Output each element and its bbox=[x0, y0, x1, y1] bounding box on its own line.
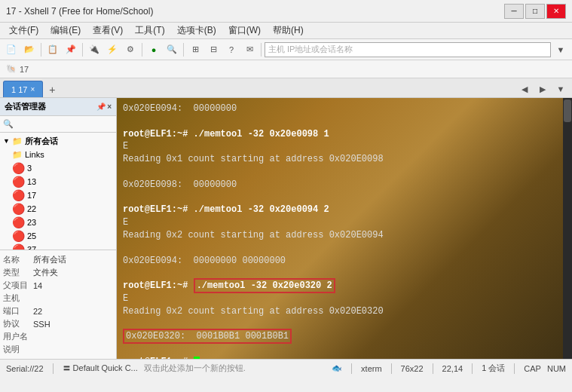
toolbar-grid[interactable]: ⊞ bbox=[187, 41, 203, 58]
statusbar: Serial://22 〓 Default Quick C... 双击此处添加一… bbox=[0, 359, 572, 377]
si-name-label: 名称 bbox=[3, 254, 33, 265]
num-indicator: NUM bbox=[547, 364, 566, 373]
terminal-scrollbar[interactable] bbox=[563, 98, 572, 359]
address-bar-placeholder: 主机 IP地址或会话名称 bbox=[268, 44, 353, 55]
session-icon: 🔴 bbox=[12, 243, 25, 250]
toolbar-main: 📄 📂 📋 📌 🔌 ⚡ ⚙ ● 🔍 ⊞ ⊟ ? ✉ 主机 IP地址或会话名称 ▼ bbox=[0, 39, 572, 60]
quick-connect-label[interactable]: 〓 Default Quick C... bbox=[63, 363, 138, 374]
menubar-item[interactable]: 帮助(H) bbox=[267, 23, 310, 38]
si-protocol-label: 协议 bbox=[3, 318, 33, 329]
menubar-item[interactable]: 窗口(W) bbox=[222, 23, 267, 38]
tab-close-icon[interactable]: × bbox=[30, 85, 35, 93]
session-icon: 🔴 bbox=[12, 203, 25, 215]
session-icon: 🔴 bbox=[12, 216, 25, 228]
statusbar-sep5 bbox=[472, 363, 473, 374]
tab-17[interactable]: 1 17 × bbox=[3, 81, 43, 97]
list-item[interactable]: 🔴 3 bbox=[0, 161, 116, 175]
list-item[interactable]: 🔴 25 bbox=[0, 229, 116, 243]
list-item[interactable]: 📁 Links bbox=[0, 148, 116, 161]
sm-search-icon: 🔍 bbox=[3, 119, 14, 129]
quick-connect-hint: 双击此处添加一个新的按钮. bbox=[144, 363, 246, 374]
terminal-dimensions: 76x22 bbox=[401, 364, 424, 373]
menubar: 文件(F)编辑(E)查看(V)工具(T)选项卡(B)窗口(W)帮助(H) bbox=[0, 23, 572, 39]
list-item[interactable]: 🔴 17 bbox=[0, 188, 116, 202]
tab-menu[interactable]: ▼ bbox=[552, 81, 569, 97]
maximize-button[interactable]: □ bbox=[525, 4, 545, 19]
menubar-item[interactable]: 编辑(E) bbox=[44, 23, 87, 38]
tab-nav-left[interactable]: ◀ bbox=[516, 81, 533, 97]
terminal-type: xterm bbox=[361, 364, 382, 373]
toolbar-layout[interactable]: ⊟ bbox=[205, 41, 222, 58]
session-icon: 🔴 bbox=[12, 162, 25, 174]
sm-pin-icon[interactable]: 📌 bbox=[96, 103, 106, 111]
sm-header-icons: 📌 × bbox=[96, 103, 112, 111]
toolbar-green[interactable]: ● bbox=[145, 41, 162, 58]
menubar-item[interactable]: 选项卡(B) bbox=[171, 23, 222, 38]
toolbar-settings[interactable]: ⚙ bbox=[122, 41, 139, 58]
toolbar-secondary: 🐚 17 bbox=[0, 60, 572, 78]
session-icon: 🔴 bbox=[12, 230, 25, 242]
address-bar[interactable]: 主机 IP地址或会话名称 bbox=[265, 42, 551, 57]
statusbar-sep4 bbox=[433, 363, 433, 374]
list-item[interactable]: 🔴 13 bbox=[0, 175, 116, 188]
list-item[interactable]: 🔴 37 bbox=[0, 243, 116, 250]
sm-item-label: 3 bbox=[27, 164, 32, 173]
toolbar-sep2 bbox=[82, 43, 83, 57]
term-line: E bbox=[123, 216, 566, 229]
si-port-row: 端口 22 bbox=[3, 305, 113, 317]
sm-item-label: 25 bbox=[27, 231, 36, 240]
statusbar-right: 🐟 xterm 76x22 22,14 1 会话 CAP NUM bbox=[332, 363, 566, 374]
si-type-label: 类型 bbox=[3, 267, 33, 278]
term-highlighted-output: 0x020E0320: 0001B0B1 0001B0B1 bbox=[123, 330, 566, 343]
si-desc-row: 说明 bbox=[3, 343, 113, 356]
term-line: 0x020E0094: 00000000 bbox=[123, 103, 566, 115]
statusbar-sep2 bbox=[351, 363, 352, 374]
sm-tree-root[interactable]: ▼ 📁 所有会话 bbox=[0, 134, 116, 148]
toolbar-connect[interactable]: 🔌 bbox=[86, 41, 102, 58]
term-line: E bbox=[123, 140, 566, 153]
toolbar-sep4 bbox=[183, 43, 184, 57]
term-line: Reading 0x2 count starting at address 0x… bbox=[123, 229, 566, 242]
term-highlighted-prompt: root@ELF1:~# ./memtool -32 0x20e0320 2 bbox=[123, 280, 566, 292]
sm-search-input[interactable] bbox=[14, 120, 113, 129]
toolbar-open[interactable]: 📂 bbox=[21, 41, 38, 58]
minimize-button[interactable]: ─ bbox=[504, 4, 524, 19]
terminal-content[interactable]: 0x020E0094: 00000000 root@ELF1:~# ./memt… bbox=[117, 98, 572, 359]
toolbar-help[interactable]: ? bbox=[223, 41, 240, 58]
menubar-item[interactable]: 查看(V) bbox=[87, 23, 129, 38]
toolbar-disconnect[interactable]: ⚡ bbox=[104, 41, 121, 58]
toolbar-new[interactable]: 📄 bbox=[3, 41, 20, 58]
si-desc-label: 说明 bbox=[3, 344, 33, 355]
menubar-item[interactable]: 文件(F) bbox=[3, 23, 44, 38]
cursor-position: 22,14 bbox=[442, 364, 463, 373]
term-line: E bbox=[123, 292, 566, 305]
session-label: 17 bbox=[20, 65, 29, 74]
term-line: 0x020E0098: 00000000 bbox=[123, 179, 566, 191]
terminal-area[interactable]: 0x020E0094: 00000000 root@ELF1:~# ./memt… bbox=[117, 98, 572, 359]
toolbar-copy[interactable]: 📋 bbox=[44, 41, 61, 58]
term-blank bbox=[123, 242, 566, 255]
tab-add-button[interactable]: + bbox=[44, 82, 60, 97]
highlighted-output: 0x020E0320: 0001B0B1 0001B0B1 bbox=[123, 329, 292, 344]
toolbar-search[interactable]: 🔍 bbox=[164, 41, 180, 58]
statusbar-serial: Serial://22 bbox=[6, 364, 44, 373]
menubar-item[interactable]: 工具(T) bbox=[129, 23, 170, 38]
sm-close-icon[interactable]: × bbox=[107, 103, 112, 111]
session-manager-title: 会话管理器 bbox=[5, 101, 46, 112]
close-button[interactable]: ✕ bbox=[546, 4, 566, 19]
scrollbar-thumb[interactable] bbox=[564, 100, 571, 122]
toolbar-dropdown[interactable]: ▼ bbox=[552, 41, 569, 58]
toolbar-msg[interactable]: ✉ bbox=[241, 41, 258, 58]
si-name-value: 所有会话 bbox=[33, 254, 66, 265]
list-item[interactable]: 🔴 23 bbox=[0, 216, 116, 229]
terminal-cursor bbox=[194, 357, 200, 359]
sm-item-label: Links bbox=[25, 150, 44, 159]
session-icon: 🔴 bbox=[12, 189, 25, 201]
si-protocol-value: SSH bbox=[33, 320, 50, 329]
tab-nav-right[interactable]: ▶ bbox=[534, 81, 551, 97]
titlebar: 17 - Xshell 7 (Free for Home/School) ─ □… bbox=[0, 0, 572, 23]
si-parent-row: 父项目 14 bbox=[3, 279, 113, 292]
list-item[interactable]: 🔴 22 bbox=[0, 202, 116, 216]
toolbar-paste[interactable]: 📌 bbox=[63, 41, 79, 58]
folder-icon: 📁 bbox=[12, 136, 23, 146]
